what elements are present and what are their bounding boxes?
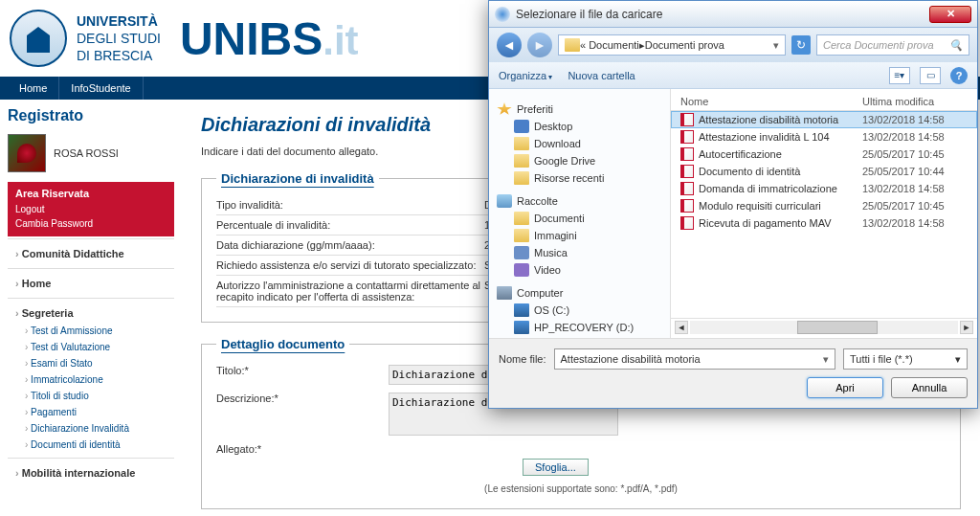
area-riservata-title: Area Riservata bbox=[15, 188, 167, 199]
logout-link[interactable]: Logout bbox=[15, 202, 167, 216]
pdf-icon bbox=[680, 147, 694, 161]
video-icon bbox=[514, 263, 529, 277]
file-row[interactable]: Attestazione invalidità L 10413/02/2018 … bbox=[671, 128, 977, 146]
tree-video[interactable]: Video bbox=[493, 261, 666, 279]
tree-preferiti[interactable]: Preferiti bbox=[493, 101, 666, 118]
folder-icon bbox=[514, 137, 529, 150]
drive-icon bbox=[514, 303, 529, 317]
drive-icon bbox=[514, 321, 529, 334]
dialog-titlebar: Selezionare il file da caricare ✕ bbox=[489, 1, 977, 28]
apri-button[interactable]: Apri bbox=[807, 377, 883, 398]
perc-label: Percentuale di invalidità: bbox=[216, 219, 484, 231]
menu-test-valutazione[interactable]: Test di Valutazione bbox=[8, 339, 174, 355]
university-name: UNIVERSITÀ DEGLI STUDI DI BRESCIA bbox=[77, 12, 161, 65]
tree-hp-recovery[interactable]: HP_RECOVERY (D:) bbox=[493, 319, 666, 336]
sidebar: Registrato ROSA ROSSI Area Riservata Log… bbox=[0, 100, 182, 516]
file-row[interactable]: Domanda di immatricolazione13/02/2018 14… bbox=[671, 180, 977, 197]
scroll-right-icon[interactable]: ► bbox=[960, 321, 973, 334]
nuova-cartella-button[interactable]: Nuova cartella bbox=[568, 70, 635, 81]
chevron-down-icon[interactable]: ▾ bbox=[773, 39, 779, 52]
col-ultima-modifica[interactable]: Ultima modifica bbox=[862, 96, 968, 107]
nav-back-icon[interactable]: ◄ bbox=[497, 33, 522, 57]
menu-documenti[interactable]: Documenti di identità bbox=[8, 437, 174, 453]
menu-titoli[interactable]: Titoli di studio bbox=[8, 388, 174, 404]
filetype-select[interactable]: Tutti i file (*.*)▾ bbox=[843, 348, 968, 370]
nome-file-input[interactable]: Attestazione disabilità motoria▾ bbox=[554, 348, 835, 370]
avatar bbox=[8, 134, 46, 172]
tree-gdrive[interactable]: Google Drive bbox=[493, 152, 666, 169]
clock-icon bbox=[514, 171, 529, 185]
menu-dichiarazione[interactable]: Dichiarazione Invalidità bbox=[8, 420, 174, 437]
scroll-left-icon[interactable]: ◄ bbox=[675, 321, 688, 334]
tree-documenti[interactable]: Documenti bbox=[493, 210, 666, 227]
scroll-thumb[interactable] bbox=[797, 321, 878, 334]
dialog-title-text: Selezionare il file da caricare bbox=[516, 8, 662, 21]
tree-raccolte[interactable]: Raccolte bbox=[493, 192, 666, 210]
menu-comunita[interactable]: Comunità Didattiche bbox=[8, 244, 174, 263]
auto-label: Autorizzo l'amministrazione a contattarm… bbox=[216, 280, 484, 303]
rich-label: Richiedo assistenza e/o servizi di tutor… bbox=[216, 259, 484, 271]
menu-test-ammissione[interactable]: Test di Ammissione bbox=[8, 323, 174, 339]
annulla-button[interactable]: Annulla bbox=[891, 377, 968, 398]
tree-risorse[interactable]: Risorse recenti bbox=[493, 169, 666, 187]
menu-mobilita[interactable]: Mobilità internazionale bbox=[8, 463, 174, 482]
file-row[interactable]: Attestazione disabilità motoria13/02/201… bbox=[671, 111, 977, 128]
user-box: ROSA ROSSI bbox=[8, 134, 174, 172]
nome-file-label: Nome file: bbox=[499, 353, 546, 365]
tree-os-c[interactable]: OS (C:) bbox=[493, 302, 666, 319]
pdf-icon bbox=[680, 165, 694, 178]
folder-icon bbox=[565, 38, 580, 52]
nav-home[interactable]: Home bbox=[8, 77, 59, 100]
file-list: Nome Ultima modifica Attestazione disabi… bbox=[671, 89, 977, 338]
allegato-label: Allegato:* bbox=[216, 443, 389, 455]
file-row[interactable]: Modulo requisiti curriculari25/05/2017 1… bbox=[671, 197, 977, 214]
breadcrumb[interactable]: « Documenti ▸ Documenti prova ▾ bbox=[558, 34, 786, 56]
dialog-nav: ◄ ► « Documenti ▸ Documenti prova ▾ ↻ Ce… bbox=[489, 28, 977, 62]
libraries-icon bbox=[497, 194, 512, 208]
tree-immagini[interactable]: Immagini bbox=[493, 227, 666, 244]
tree-computer[interactable]: Computer bbox=[493, 284, 666, 302]
tree-desktop[interactable]: Desktop bbox=[493, 118, 666, 135]
folder-icon bbox=[514, 154, 529, 168]
help-icon[interactable]: ? bbox=[950, 67, 968, 84]
preview-pane-button[interactable]: ▭ bbox=[920, 67, 941, 84]
menu-home[interactable]: Home bbox=[8, 274, 174, 293]
dichiarazione-legend: Dichiarazione di invalidità bbox=[216, 171, 379, 186]
search-icon: 🔍 bbox=[949, 39, 963, 52]
images-icon bbox=[514, 229, 529, 242]
nav-infostudente[interactable]: InfoStudente bbox=[59, 77, 143, 100]
tree-musica[interactable]: Musica bbox=[493, 244, 666, 261]
view-mode-button[interactable]: ≡▾ bbox=[889, 67, 910, 84]
folder-tree: Preferiti Desktop Download Google Drive … bbox=[489, 89, 671, 338]
menu-pagamenti[interactable]: Pagamenti bbox=[8, 404, 174, 420]
university-seal-icon bbox=[10, 10, 67, 67]
file-row[interactable]: Autocertificazione25/05/2017 10:45 bbox=[671, 146, 977, 163]
search-input[interactable]: Cerca Documenti prova 🔍 bbox=[816, 34, 969, 56]
file-row[interactable]: Documento di identità25/05/2017 10:44 bbox=[671, 163, 977, 180]
chevron-down-icon: ▾ bbox=[955, 353, 961, 366]
pdf-icon bbox=[680, 130, 694, 144]
horizontal-scrollbar[interactable]: ◄ ► bbox=[671, 318, 977, 335]
menu-segreteria[interactable]: Segreteria bbox=[8, 303, 174, 323]
close-button[interactable]: ✕ bbox=[929, 6, 971, 23]
sfoglia-button[interactable]: Sfoglia... bbox=[523, 459, 589, 476]
chevron-down-icon[interactable]: ▾ bbox=[823, 353, 829, 366]
cambia-password-link[interactable]: Cambia Password bbox=[15, 216, 167, 231]
organizza-menu[interactable]: Organizza bbox=[499, 70, 552, 81]
tree-download[interactable]: Download bbox=[493, 135, 666, 152]
col-nome[interactable]: Nome bbox=[680, 96, 862, 107]
pdf-icon bbox=[680, 182, 694, 195]
file-list-header: Nome Ultima modifica bbox=[671, 93, 977, 111]
refresh-icon[interactable]: ↻ bbox=[791, 35, 811, 55]
file-open-dialog: Selezionare il file da caricare ✕ ◄ ► « … bbox=[488, 0, 978, 409]
desktop-icon bbox=[514, 120, 529, 133]
pdf-icon bbox=[680, 113, 694, 126]
desc-label: Descrizione:* bbox=[216, 393, 389, 404]
file-row[interactable]: Ricevuta di pagamento MAV13/02/2018 14:5… bbox=[671, 214, 977, 232]
menu-immatricolazione[interactable]: Immatricolazione bbox=[8, 371, 174, 388]
menu-esami-stato[interactable]: Esami di Stato bbox=[8, 355, 174, 371]
nav-forward-icon[interactable]: ► bbox=[527, 33, 552, 57]
star-icon bbox=[497, 102, 512, 116]
dialog-toolbar: Organizza Nuova cartella ≡▾ ▭ ? bbox=[489, 62, 977, 89]
dialog-footer: Nome file: Attestazione disabilità motor… bbox=[489, 338, 977, 408]
